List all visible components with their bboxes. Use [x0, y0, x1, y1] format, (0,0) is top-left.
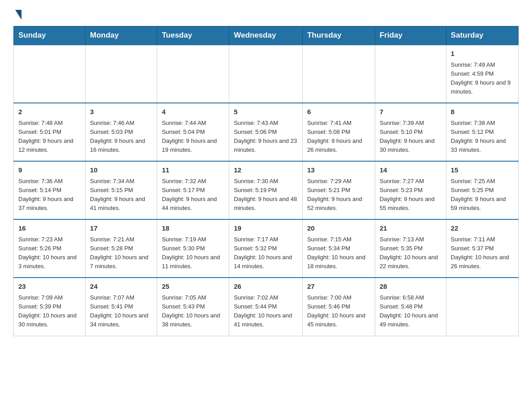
day-number: 5: [234, 107, 298, 117]
calendar-cell: 2Sunrise: 7:48 AMSunset: 5:01 PMDaylight…: [14, 103, 86, 161]
day-number: 8: [451, 107, 514, 117]
day-number: 23: [18, 282, 81, 292]
calendar-cell: 24Sunrise: 7:07 AMSunset: 5:41 PMDayligh…: [86, 278, 157, 336]
day-info: Sunrise: 7:23 AMSunset: 5:26 PMDaylight:…: [18, 235, 81, 271]
calendar-cell: 13Sunrise: 7:29 AMSunset: 5:21 PMDayligh…: [302, 161, 375, 219]
calendar-cell: [14, 45, 86, 103]
calendar-cell: 23Sunrise: 7:09 AMSunset: 5:39 PMDayligh…: [14, 278, 86, 336]
day-number: 10: [90, 165, 152, 176]
day-number: 4: [162, 107, 224, 117]
day-number: 15: [451, 165, 514, 176]
weekday-header-wednesday: Wednesday: [229, 26, 303, 45]
day-info: Sunrise: 7:00 AMSunset: 5:46 PMDaylight:…: [307, 293, 370, 330]
day-number: 21: [380, 223, 442, 234]
calendar-cell: [302, 45, 375, 103]
day-info: Sunrise: 7:41 AMSunset: 5:08 PMDaylight:…: [307, 119, 370, 155]
day-number: 14: [380, 165, 442, 176]
day-number: 19: [234, 223, 298, 234]
calendar-cell: [446, 278, 518, 336]
calendar-week-row: 9Sunrise: 7:36 AMSunset: 5:14 PMDaylight…: [14, 161, 519, 219]
calendar-cell: 22Sunrise: 7:11 AMSunset: 5:37 PMDayligh…: [446, 219, 518, 278]
day-number: 1: [451, 49, 514, 59]
day-number: 24: [90, 282, 152, 292]
calendar-week-row: 23Sunrise: 7:09 AMSunset: 5:39 PMDayligh…: [14, 278, 519, 336]
day-number: 16: [18, 223, 81, 234]
day-number: 13: [307, 165, 370, 176]
day-info: Sunrise: 7:13 AMSunset: 5:35 PMDaylight:…: [380, 235, 442, 271]
weekday-header-tuesday: Tuesday: [157, 26, 229, 45]
day-info: Sunrise: 6:58 AMSunset: 5:48 PMDaylight:…: [380, 293, 442, 330]
day-info: Sunrise: 7:25 AMSunset: 5:25 PMDaylight:…: [451, 177, 514, 213]
day-number: 17: [90, 223, 152, 234]
day-info: Sunrise: 7:17 AMSunset: 5:32 PMDaylight:…: [234, 235, 298, 271]
logo-triangle-icon: [15, 10, 21, 20]
calendar-cell: 19Sunrise: 7:17 AMSunset: 5:32 PMDayligh…: [229, 219, 303, 278]
day-info: Sunrise: 7:39 AMSunset: 5:10 PMDaylight:…: [380, 119, 442, 155]
calendar-cell: 10Sunrise: 7:34 AMSunset: 5:15 PMDayligh…: [86, 161, 157, 219]
day-info: Sunrise: 7:34 AMSunset: 5:15 PMDaylight:…: [90, 177, 152, 213]
calendar-cell: 27Sunrise: 7:00 AMSunset: 5:46 PMDayligh…: [302, 278, 375, 336]
day-number: 11: [162, 165, 224, 176]
calendar-cell: 14Sunrise: 7:27 AMSunset: 5:23 PMDayligh…: [375, 161, 446, 219]
calendar-cell: 26Sunrise: 7:02 AMSunset: 5:44 PMDayligh…: [229, 278, 303, 336]
calendar-cell: 17Sunrise: 7:21 AMSunset: 5:28 PMDayligh…: [86, 219, 157, 278]
day-info: Sunrise: 7:27 AMSunset: 5:23 PMDaylight:…: [380, 177, 442, 213]
calendar-cell: 15Sunrise: 7:25 AMSunset: 5:25 PMDayligh…: [446, 161, 518, 219]
calendar-cell: 1Sunrise: 7:49 AMSunset: 4:59 PMDaylight…: [446, 45, 518, 103]
day-info: Sunrise: 7:09 AMSunset: 5:39 PMDaylight:…: [18, 293, 81, 330]
calendar-cell: 20Sunrise: 7:15 AMSunset: 5:34 PMDayligh…: [302, 219, 375, 278]
day-info: Sunrise: 7:49 AMSunset: 4:59 PMDaylight:…: [451, 60, 514, 97]
calendar-week-row: 1Sunrise: 7:49 AMSunset: 4:59 PMDaylight…: [14, 45, 519, 103]
day-number: 7: [380, 107, 442, 117]
day-number: 25: [162, 282, 224, 292]
calendar-header-row: SundayMondayTuesdayWednesdayThursdayFrid…: [14, 26, 519, 45]
calendar-cell: 9Sunrise: 7:36 AMSunset: 5:14 PMDaylight…: [14, 161, 86, 219]
weekday-header-saturday: Saturday: [446, 26, 518, 45]
calendar-table: SundayMondayTuesdayWednesdayThursdayFrid…: [13, 26, 519, 336]
day-info: Sunrise: 7:38 AMSunset: 5:12 PMDaylight:…: [451, 119, 514, 155]
logo: [13, 9, 21, 18]
calendar-cell: 3Sunrise: 7:46 AMSunset: 5:03 PMDaylight…: [86, 103, 157, 161]
weekday-header-thursday: Thursday: [302, 26, 375, 45]
day-info: Sunrise: 7:15 AMSunset: 5:34 PMDaylight:…: [307, 235, 370, 271]
calendar-cell: [157, 45, 229, 103]
day-number: 28: [380, 282, 442, 292]
calendar-cell: 6Sunrise: 7:41 AMSunset: 5:08 PMDaylight…: [302, 103, 375, 161]
day-info: Sunrise: 7:48 AMSunset: 5:01 PMDaylight:…: [18, 119, 81, 155]
weekday-header-monday: Monday: [86, 26, 157, 45]
day-info: Sunrise: 7:32 AMSunset: 5:17 PMDaylight:…: [162, 177, 224, 213]
day-info: Sunrise: 7:07 AMSunset: 5:41 PMDaylight:…: [90, 293, 152, 330]
calendar-cell: 4Sunrise: 7:44 AMSunset: 5:04 PMDaylight…: [157, 103, 229, 161]
day-number: 22: [451, 223, 514, 234]
day-number: 26: [234, 282, 298, 292]
page-header: [13, 9, 519, 18]
day-info: Sunrise: 7:19 AMSunset: 5:30 PMDaylight:…: [162, 235, 224, 271]
day-info: Sunrise: 7:21 AMSunset: 5:28 PMDaylight:…: [90, 235, 152, 271]
calendar-cell: 21Sunrise: 7:13 AMSunset: 5:35 PMDayligh…: [375, 219, 446, 278]
calendar-cell: 28Sunrise: 6:58 AMSunset: 5:48 PMDayligh…: [375, 278, 446, 336]
day-number: 20: [307, 223, 370, 234]
calendar-week-row: 2Sunrise: 7:48 AMSunset: 5:01 PMDaylight…: [14, 103, 519, 161]
calendar-cell: 18Sunrise: 7:19 AMSunset: 5:30 PMDayligh…: [157, 219, 229, 278]
calendar-cell: 8Sunrise: 7:38 AMSunset: 5:12 PMDaylight…: [446, 103, 518, 161]
day-info: Sunrise: 7:30 AMSunset: 5:19 PMDaylight:…: [234, 177, 298, 213]
calendar-cell: 7Sunrise: 7:39 AMSunset: 5:10 PMDaylight…: [375, 103, 446, 161]
day-number: 18: [162, 223, 224, 234]
day-info: Sunrise: 7:05 AMSunset: 5:43 PMDaylight:…: [162, 293, 224, 330]
day-info: Sunrise: 7:36 AMSunset: 5:14 PMDaylight:…: [18, 177, 81, 213]
day-number: 12: [234, 165, 298, 176]
calendar-cell: 25Sunrise: 7:05 AMSunset: 5:43 PMDayligh…: [157, 278, 229, 336]
calendar-cell: 11Sunrise: 7:32 AMSunset: 5:17 PMDayligh…: [157, 161, 229, 219]
day-number: 2: [18, 107, 81, 117]
day-info: Sunrise: 7:46 AMSunset: 5:03 PMDaylight:…: [90, 119, 152, 155]
day-info: Sunrise: 7:44 AMSunset: 5:04 PMDaylight:…: [162, 119, 224, 155]
weekday-header-friday: Friday: [375, 26, 446, 45]
day-number: 27: [307, 282, 370, 292]
day-number: 3: [90, 107, 152, 117]
calendar-cell: [375, 45, 446, 103]
calendar-cell: [229, 45, 303, 103]
weekday-header-sunday: Sunday: [14, 26, 86, 45]
day-info: Sunrise: 7:43 AMSunset: 5:06 PMDaylight:…: [234, 119, 298, 155]
calendar-cell: 5Sunrise: 7:43 AMSunset: 5:06 PMDaylight…: [229, 103, 303, 161]
calendar-cell: 12Sunrise: 7:30 AMSunset: 5:19 PMDayligh…: [229, 161, 303, 219]
